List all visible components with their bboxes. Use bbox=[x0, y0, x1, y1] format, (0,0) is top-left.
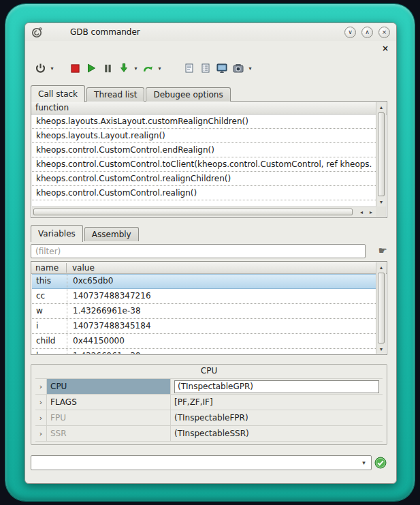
scroll-up-icon[interactable]: ▴ bbox=[376, 102, 386, 112]
register-group-value: (TInspectableFPR) bbox=[171, 410, 383, 425]
variable-row[interactable]: cc 140737488347216 bbox=[32, 289, 376, 304]
variable-value: 0xc65db0 bbox=[67, 275, 376, 288]
scroll-right-icon[interactable]: ▸ bbox=[366, 207, 376, 217]
list-icon bbox=[200, 63, 211, 74]
vertical-scrollbar[interactable]: ▴ ▾ bbox=[376, 262, 386, 354]
step-into-button[interactable] bbox=[116, 59, 132, 77]
register-group-name[interactable]: CPU bbox=[47, 379, 171, 394]
maximize-button[interactable]: ∧ bbox=[361, 27, 373, 38]
tab-debugee-options[interactable]: Debugee options bbox=[146, 87, 230, 102]
check-icon bbox=[374, 457, 387, 469]
cpu-row[interactable]: › CPU (TInspectableGPR) bbox=[35, 379, 383, 395]
expander-icon[interactable]: › bbox=[35, 410, 47, 425]
step-over-dropdown-icon[interactable]: ▾ bbox=[156, 59, 163, 77]
stop-icon bbox=[70, 63, 80, 74]
panel-close-icon[interactable]: × bbox=[382, 44, 389, 52]
expander-icon[interactable]: › bbox=[35, 395, 47, 410]
variable-name: cc bbox=[32, 289, 67, 303]
pause-icon bbox=[103, 63, 113, 74]
green-down-arrow-icon bbox=[118, 63, 129, 74]
call-stack-row[interactable]: kheops.control.CustomControl.toClient(kh… bbox=[32, 157, 376, 172]
tab-variables[interactable]: Variables bbox=[31, 225, 83, 242]
scroll-left-icon[interactable]: ◂ bbox=[357, 207, 366, 217]
expander-icon[interactable]: › bbox=[35, 379, 47, 394]
middle-tabbar: Variables Assembly bbox=[31, 224, 140, 241]
register-value-editor[interactable]: (TInspectableGPR) bbox=[174, 380, 379, 393]
variable-name: this bbox=[32, 275, 67, 288]
scrollbar-thumb[interactable] bbox=[33, 209, 353, 215]
combobox-dropdown-icon[interactable]: ▾ bbox=[359, 456, 369, 470]
register-group-name[interactable]: SSR bbox=[47, 426, 171, 441]
pause-button[interactable] bbox=[99, 59, 116, 77]
cpu-row[interactable]: › FPU (TInspectableFPR) bbox=[35, 410, 383, 426]
step-over-button[interactable] bbox=[140, 59, 156, 77]
register-group-value: [PF,ZF,IF] bbox=[171, 395, 383, 410]
confirm-button[interactable] bbox=[374, 457, 387, 469]
scrollbar-thumb[interactable] bbox=[378, 273, 385, 343]
monitor-icon bbox=[216, 62, 228, 74]
close-button[interactable]: × bbox=[378, 27, 390, 38]
vertical-scrollbar[interactable]: ▴ ▾ bbox=[376, 102, 386, 206]
variables-table: name value this 0xc65db0 cc 140737488347… bbox=[31, 261, 387, 355]
window-controls: ∨ ∧ × bbox=[344, 27, 390, 38]
horizontal-scrollbar[interactable]: ◂ ▸ bbox=[32, 206, 376, 217]
call-stack-rows: kheops.layouts.AxisLayout.customRealignC… bbox=[32, 114, 376, 206]
register-group-name[interactable]: FLAGS bbox=[47, 395, 171, 410]
variable-value: 0x44150000 bbox=[67, 334, 376, 348]
variables-header-value: value bbox=[67, 263, 95, 273]
expander-icon[interactable]: › bbox=[35, 426, 47, 441]
variable-name: b bbox=[32, 349, 67, 354]
cpu-row[interactable]: › FLAGS [PF,ZF,IF] bbox=[35, 395, 383, 410]
variable-name: i bbox=[32, 319, 67, 333]
power-icon bbox=[35, 63, 46, 74]
hand-icon[interactable]: ☛ bbox=[378, 245, 387, 257]
monitor-button[interactable] bbox=[214, 59, 230, 77]
register-group-name[interactable]: FPU bbox=[47, 410, 171, 425]
cpu-groupbox: CPU › CPU (TInspectableGPR) › FLAGS [PF,… bbox=[31, 364, 387, 445]
scroll-down-icon[interactable]: ▾ bbox=[376, 197, 386, 206]
window-title: GDB commander bbox=[70, 27, 140, 37]
cpu-row[interactable]: › SSR (TInspectableSSR) bbox=[35, 426, 383, 442]
variable-row[interactable]: b 1.43266961e-38 bbox=[32, 349, 376, 354]
command-combobox[interactable]: ▾ bbox=[31, 455, 372, 470]
variable-row[interactable]: this 0xc65db0 bbox=[32, 274, 376, 289]
tab-call-stack[interactable]: Call stack bbox=[31, 85, 85, 102]
call-stack-row[interactable]: kheops.control.CustomControl.realignChil… bbox=[32, 172, 376, 186]
command-input[interactable] bbox=[32, 457, 357, 469]
call-stack-row[interactable]: kheops.layouts.Layout.realign() bbox=[32, 129, 376, 143]
camera-dropdown-icon[interactable]: ▾ bbox=[246, 59, 254, 77]
camera-button[interactable] bbox=[230, 59, 246, 77]
top-tabbar: Call stack Thread list Debugee options bbox=[31, 85, 232, 102]
tab-assembly[interactable]: Assembly bbox=[84, 227, 139, 241]
scrollbar-thumb[interactable] bbox=[378, 112, 385, 196]
variable-row[interactable]: w 1.43266961e-38 bbox=[32, 304, 376, 319]
power-dropdown-icon[interactable]: ▾ bbox=[48, 59, 56, 77]
variables-rows: this 0xc65db0 cc 140737488347216 w 1.432… bbox=[32, 274, 376, 354]
variable-value: 140737488345184 bbox=[67, 319, 376, 333]
minimize-button[interactable]: ∨ bbox=[344, 27, 356, 38]
call-stack-row[interactable]: kheops.layouts.AxisLayout.customRealignC… bbox=[32, 114, 376, 129]
call-stack-row[interactable]: kheops.control.CustomControl.endRealign(… bbox=[32, 143, 376, 157]
titlebar[interactable]: GDB commander ∨ ∧ × bbox=[25, 23, 396, 41]
scroll-up-icon[interactable]: ▴ bbox=[376, 262, 386, 272]
variable-value: 140737488347216 bbox=[67, 289, 376, 303]
variable-name: child bbox=[32, 334, 67, 348]
run-button[interactable] bbox=[83, 59, 99, 77]
document-button[interactable] bbox=[181, 59, 197, 77]
call-stack-header: function bbox=[31, 102, 387, 114]
power-button[interactable] bbox=[32, 59, 48, 77]
stop-button[interactable] bbox=[67, 59, 83, 77]
variable-row[interactable]: child 0x44150000 bbox=[32, 334, 376, 349]
app-icon bbox=[31, 27, 43, 38]
scroll-down-icon[interactable]: ▾ bbox=[376, 344, 386, 354]
variable-value: 1.43266961e-38 bbox=[67, 349, 376, 354]
scrollbar-corner bbox=[376, 206, 386, 217]
list-button[interactable] bbox=[197, 59, 214, 77]
cpu-register-tree: › CPU (TInspectableGPR) › FLAGS [PF,ZF,I… bbox=[35, 378, 383, 442]
call-stack-header-function: function bbox=[31, 103, 69, 112]
step-into-dropdown-icon[interactable]: ▾ bbox=[132, 59, 140, 77]
call-stack-row[interactable]: kheops.control.CustomControl.realign() bbox=[32, 186, 376, 200]
tab-thread-list[interactable]: Thread list bbox=[86, 87, 144, 102]
filter-input[interactable] bbox=[31, 244, 366, 258]
variable-row[interactable]: i 140737488345184 bbox=[32, 319, 376, 334]
